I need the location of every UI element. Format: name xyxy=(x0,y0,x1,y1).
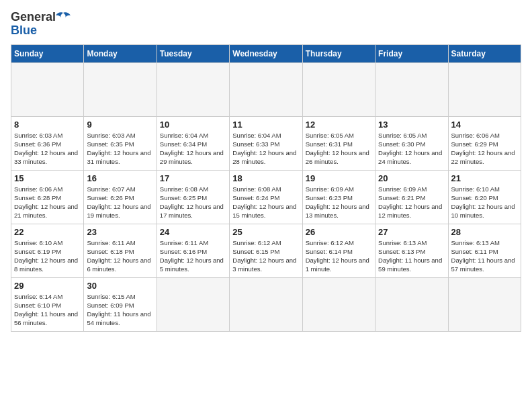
calendar-cell xyxy=(448,62,521,116)
calendar-cell: 27Sunrise: 6:13 AM Sunset: 6:13 PM Dayli… xyxy=(375,224,448,277)
calendar-cell: 21Sunrise: 6:10 AM Sunset: 6:20 PM Dayli… xyxy=(448,170,521,224)
day-number: 15 xyxy=(14,173,81,183)
day-number: 25 xyxy=(232,227,299,237)
day-number: 16 xyxy=(87,173,153,183)
day-number: 13 xyxy=(378,120,445,130)
day-number: 28 xyxy=(451,227,518,237)
calendar-cell: 18Sunrise: 6:08 AM Sunset: 6:24 PM Dayli… xyxy=(230,170,302,224)
calendar-cell: 9Sunrise: 6:03 AM Sunset: 6:35 PM Daylig… xyxy=(84,116,157,170)
day-number: 30 xyxy=(87,281,153,291)
day-info: Sunrise: 6:14 AM Sunset: 6:10 PM Dayligh… xyxy=(14,292,81,328)
day-number: 29 xyxy=(14,281,81,291)
calendar-table: SundayMondayTuesdayWednesdayThursdayFrid… xyxy=(11,44,521,332)
calendar-cell: 22Sunrise: 6:10 AM Sunset: 6:19 PM Dayli… xyxy=(11,224,84,277)
day-info: Sunrise: 6:03 AM Sunset: 6:35 PM Dayligh… xyxy=(87,131,153,167)
day-info: Sunrise: 6:07 AM Sunset: 6:26 PM Dayligh… xyxy=(87,185,153,220)
day-info: Sunrise: 6:06 AM Sunset: 6:28 PM Dayligh… xyxy=(14,185,81,220)
day-info: Sunrise: 6:04 AM Sunset: 6:34 PM Dayligh… xyxy=(160,131,226,167)
calendar-week-4: 22Sunrise: 6:10 AM Sunset: 6:19 PM Dayli… xyxy=(11,224,521,277)
day-number: 18 xyxy=(232,173,299,183)
day-number: 23 xyxy=(87,227,153,237)
day-number: 9 xyxy=(87,120,153,130)
calendar-week-1 xyxy=(11,62,521,116)
day-info: Sunrise: 6:05 AM Sunset: 6:30 PM Dayligh… xyxy=(378,131,445,167)
day-info: Sunrise: 6:15 AM Sunset: 6:09 PM Dayligh… xyxy=(87,292,153,328)
calendar-body: 8Sunrise: 6:03 AM Sunset: 6:36 PM Daylig… xyxy=(11,62,521,331)
calendar-cell: 11Sunrise: 6:04 AM Sunset: 6:33 PM Dayli… xyxy=(230,116,302,170)
day-info: Sunrise: 6:08 AM Sunset: 6:25 PM Dayligh… xyxy=(160,185,226,220)
logo-bird-icon xyxy=(56,11,71,24)
calendar-cell: 14Sunrise: 6:06 AM Sunset: 6:29 PM Dayli… xyxy=(448,116,521,170)
calendar-cell: 25Sunrise: 6:12 AM Sunset: 6:15 PM Dayli… xyxy=(230,224,302,277)
calendar-cell: 23Sunrise: 6:11 AM Sunset: 6:18 PM Dayli… xyxy=(84,224,157,277)
calendar-cell: 8Sunrise: 6:03 AM Sunset: 6:36 PM Daylig… xyxy=(11,116,84,170)
calendar-cell: 12Sunrise: 6:05 AM Sunset: 6:31 PM Dayli… xyxy=(302,116,375,170)
day-info: Sunrise: 6:12 AM Sunset: 6:15 PM Dayligh… xyxy=(232,238,299,274)
day-number: 11 xyxy=(232,120,299,130)
day-info: Sunrise: 6:11 AM Sunset: 6:18 PM Dayligh… xyxy=(87,238,153,274)
calendar-cell: 10Sunrise: 6:04 AM Sunset: 6:34 PM Dayli… xyxy=(157,116,229,170)
weekday-header-sunday: Sunday xyxy=(11,44,84,62)
calendar-cell: 20Sunrise: 6:09 AM Sunset: 6:21 PM Dayli… xyxy=(375,170,448,224)
day-info: Sunrise: 6:09 AM Sunset: 6:21 PM Dayligh… xyxy=(378,185,445,220)
day-info: Sunrise: 6:11 AM Sunset: 6:16 PM Dayligh… xyxy=(160,238,226,274)
weekday-header-monday: Monday xyxy=(84,44,157,62)
day-info: Sunrise: 6:06 AM Sunset: 6:29 PM Dayligh… xyxy=(451,131,518,167)
calendar-cell: 15Sunrise: 6:06 AM Sunset: 6:28 PM Dayli… xyxy=(11,170,84,224)
calendar-cell xyxy=(230,277,302,331)
day-number: 19 xyxy=(306,173,372,183)
day-info: Sunrise: 6:09 AM Sunset: 6:23 PM Dayligh… xyxy=(306,185,372,220)
day-number: 26 xyxy=(306,227,372,237)
day-info: Sunrise: 6:05 AM Sunset: 6:31 PM Dayligh… xyxy=(306,131,372,167)
calendar-cell xyxy=(84,62,157,116)
calendar-cell: 19Sunrise: 6:09 AM Sunset: 6:23 PM Dayli… xyxy=(302,170,375,224)
day-number: 17 xyxy=(160,173,226,183)
day-info: Sunrise: 6:10 AM Sunset: 6:20 PM Dayligh… xyxy=(451,185,518,220)
calendar-cell: 13Sunrise: 6:05 AM Sunset: 6:30 PM Dayli… xyxy=(375,116,448,170)
day-number: 27 xyxy=(378,227,445,237)
day-number: 14 xyxy=(451,120,518,130)
day-info: Sunrise: 6:12 AM Sunset: 6:14 PM Dayligh… xyxy=(306,238,372,274)
day-info: Sunrise: 6:13 AM Sunset: 6:11 PM Dayligh… xyxy=(451,238,518,274)
calendar-cell: 26Sunrise: 6:12 AM Sunset: 6:14 PM Dayli… xyxy=(302,224,375,277)
calendar-cell xyxy=(375,277,448,331)
calendar-cell: 29Sunrise: 6:14 AM Sunset: 6:10 PM Dayli… xyxy=(11,277,84,331)
day-info: Sunrise: 6:08 AM Sunset: 6:24 PM Dayligh… xyxy=(232,185,299,220)
calendar-cell xyxy=(375,62,448,116)
day-number: 21 xyxy=(451,173,518,183)
day-number: 8 xyxy=(14,120,81,130)
calendar-cell xyxy=(302,62,375,116)
calendar-header-row: SundayMondayTuesdayWednesdayThursdayFrid… xyxy=(11,44,521,62)
weekday-header-tuesday: Tuesday xyxy=(157,44,229,62)
calendar-cell xyxy=(230,62,302,116)
weekday-header-thursday: Thursday xyxy=(302,44,375,62)
weekday-header-friday: Friday xyxy=(375,44,448,62)
calendar-week-3: 15Sunrise: 6:06 AM Sunset: 6:28 PM Dayli… xyxy=(11,170,521,224)
logo-blue-text: Blue xyxy=(11,24,71,38)
calendar-cell xyxy=(11,62,84,116)
day-info: Sunrise: 6:04 AM Sunset: 6:33 PM Dayligh… xyxy=(232,131,299,167)
day-number: 24 xyxy=(160,227,226,237)
calendar-cell: 28Sunrise: 6:13 AM Sunset: 6:11 PM Dayli… xyxy=(448,224,521,277)
calendar-cell: 24Sunrise: 6:11 AM Sunset: 6:16 PM Dayli… xyxy=(157,224,229,277)
day-number: 12 xyxy=(306,120,372,130)
day-number: 10 xyxy=(160,120,226,130)
weekday-header-wednesday: Wednesday xyxy=(230,44,302,62)
day-number: 20 xyxy=(378,173,445,183)
logo: General Blue xyxy=(11,11,71,38)
calendar-cell xyxy=(302,277,375,331)
calendar-cell xyxy=(157,277,229,331)
day-info: Sunrise: 6:03 AM Sunset: 6:36 PM Dayligh… xyxy=(14,131,81,167)
calendar-cell xyxy=(157,62,229,116)
calendar-cell: 17Sunrise: 6:08 AM Sunset: 6:25 PM Dayli… xyxy=(157,170,229,224)
calendar-cell: 30Sunrise: 6:15 AM Sunset: 6:09 PM Dayli… xyxy=(84,277,157,331)
day-info: Sunrise: 6:10 AM Sunset: 6:19 PM Dayligh… xyxy=(14,238,81,274)
calendar-cell: 16Sunrise: 6:07 AM Sunset: 6:26 PM Dayli… xyxy=(84,170,157,224)
page-header: General Blue xyxy=(11,11,521,38)
day-number: 22 xyxy=(14,227,81,237)
calendar-cell xyxy=(448,277,521,331)
calendar-week-2: 8Sunrise: 6:03 AM Sunset: 6:36 PM Daylig… xyxy=(11,116,521,170)
logo-general-text: General xyxy=(11,11,56,24)
calendar-week-5: 29Sunrise: 6:14 AM Sunset: 6:10 PM Dayli… xyxy=(11,277,521,331)
day-info: Sunrise: 6:13 AM Sunset: 6:13 PM Dayligh… xyxy=(378,238,445,274)
